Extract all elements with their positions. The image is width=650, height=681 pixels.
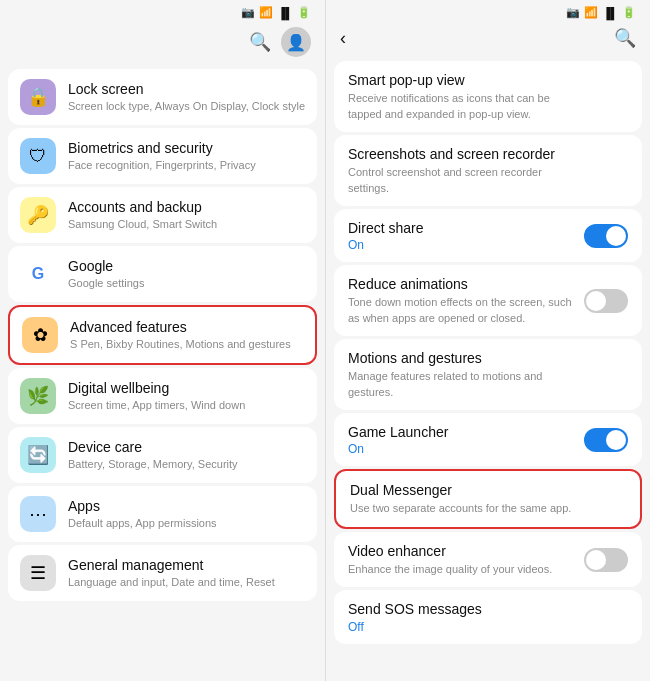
right-settings-list: Smart pop-up view Receive notifications … [326, 57, 650, 681]
battery-icon-right: 🔋 [622, 6, 636, 19]
item-text-advanced: Advanced features S Pen, Bixby Routines,… [70, 318, 291, 351]
item-text-general-management: General management Language and input, D… [68, 556, 275, 589]
right-header: ‹ 🔍 [326, 23, 650, 57]
right-item-game-launcher[interactable]: Game Launcher On [334, 413, 642, 466]
item-title-biometrics: Biometrics and security [68, 139, 256, 157]
right-item-subtitle-screenshots: Control screenshot and screen recorder s… [348, 165, 578, 196]
right-item-text-reduce-animations: Reduce animations Tone down motion effec… [348, 275, 578, 326]
search-icon[interactable]: 🔍 [249, 31, 271, 53]
wifi-icon-right: 📶 [584, 6, 598, 19]
left-status-bar: 📷 📶 ▐▌ 🔋 [0, 0, 325, 23]
item-title-google: Google [68, 257, 144, 275]
right-item-subtitle-smart-popup: Receive notifications as icons that can … [348, 91, 578, 122]
wifi-icon: 📶 [259, 6, 273, 19]
settings-item-accounts[interactable]: 🔑 Accounts and backup Samsung Cloud, Sma… [8, 187, 317, 243]
right-item-reduce-animations[interactable]: Reduce animations Tone down motion effec… [334, 265, 642, 336]
left-panel: 📷 📶 ▐▌ 🔋 🔍 👤 🔒 Lock screen Screen lock t… [0, 0, 325, 681]
item-title-digital-wellbeing: Digital wellbeing [68, 379, 245, 397]
battery-icon: 🔋 [297, 6, 311, 19]
right-item-title-reduce-animations: Reduce animations [348, 275, 578, 293]
right-panel: 📷 📶 ▐▌ 🔋 ‹ 🔍 Smart pop-up view Receive n… [325, 0, 650, 681]
item-title-device-care: Device care [68, 438, 238, 456]
right-status-bar: 📷 📶 ▐▌ 🔋 [326, 0, 650, 23]
right-header-left: ‹ [340, 28, 352, 49]
toggle-video-enhancer[interactable] [584, 548, 628, 572]
item-text-lock-screen: Lock screen Screen lock type, Always On … [68, 80, 305, 113]
signal-icon-right: ▐▌ [602, 7, 618, 19]
item-icon-biometrics: 🛡 [20, 138, 56, 174]
item-subtitle-digital-wellbeing: Screen time, App timers, Wind down [68, 398, 245, 412]
settings-item-apps[interactable]: ⋯ Apps Default apps, App permissions [8, 486, 317, 542]
right-item-text-motions-gestures: Motions and gestures Manage features rel… [348, 349, 578, 400]
item-text-apps: Apps Default apps, App permissions [68, 497, 217, 530]
avatar[interactable]: 👤 [281, 27, 311, 57]
right-item-screenshots[interactable]: Screenshots and screen recorder Control … [334, 135, 642, 206]
item-icon-advanced: ✿ [22, 317, 58, 353]
item-text-digital-wellbeing: Digital wellbeing Screen time, App timer… [68, 379, 245, 412]
item-subtitle-accounts: Samsung Cloud, Smart Switch [68, 217, 217, 231]
right-item-text-screenshots: Screenshots and screen recorder Control … [348, 145, 578, 196]
settings-item-general-management[interactable]: ☰ General management Language and input,… [8, 545, 317, 601]
item-subtitle-apps: Default apps, App permissions [68, 516, 217, 530]
right-item-title-smart-popup: Smart pop-up view [348, 71, 578, 89]
settings-item-google[interactable]: G Google Google settings [8, 246, 317, 302]
right-item-title-direct-share: Direct share [348, 219, 423, 237]
right-item-text-smart-popup: Smart pop-up view Receive notifications … [348, 71, 578, 122]
right-search-icon[interactable]: 🔍 [614, 27, 636, 49]
item-icon-apps: ⋯ [20, 496, 56, 532]
right-item-subtitle-dual-messenger: Use two separate accounts for the same a… [350, 501, 571, 516]
right-item-text-video-enhancer: Video enhancer Enhance the image quality… [348, 542, 552, 578]
settings-item-advanced[interactable]: ✿ Advanced features S Pen, Bixby Routine… [8, 305, 317, 365]
right-item-subtitle-video-enhancer: Enhance the image quality of your videos… [348, 562, 552, 577]
item-subtitle-advanced: S Pen, Bixby Routines, Motions and gestu… [70, 337, 291, 351]
settings-list: 🔒 Lock screen Screen lock type, Always O… [0, 65, 325, 681]
item-icon-lock-screen: 🔒 [20, 79, 56, 115]
toggle-direct-share[interactable] [584, 224, 628, 248]
item-text-accounts: Accounts and backup Samsung Cloud, Smart… [68, 198, 217, 231]
item-subtitle-lock-screen: Screen lock type, Always On Display, Clo… [68, 99, 305, 113]
item-text-device-care: Device care Battery, Storage, Memory, Se… [68, 438, 238, 471]
right-item-dual-messenger[interactable]: Dual Messenger Use two separate accounts… [334, 469, 642, 529]
right-item-direct-share[interactable]: Direct share On [334, 209, 642, 262]
item-icon-accounts: 🔑 [20, 197, 56, 233]
right-item-video-enhancer[interactable]: Video enhancer Enhance the image quality… [334, 532, 642, 588]
right-item-subtitle-motions-gestures: Manage features related to motions and g… [348, 369, 578, 400]
item-icon-google: G [20, 256, 56, 292]
right-item-text-dual-messenger: Dual Messenger Use two separate accounts… [350, 481, 571, 517]
left-status-icons: 📷 📶 ▐▌ 🔋 [241, 6, 311, 19]
left-header-icons: 🔍 👤 [249, 27, 311, 57]
status-sos-messages: Off [348, 620, 482, 634]
right-item-title-sos-messages: Send SOS messages [348, 600, 482, 618]
right-item-title-screenshots: Screenshots and screen recorder [348, 145, 578, 163]
item-icon-device-care: 🔄 [20, 437, 56, 473]
item-icon-digital-wellbeing: 🌿 [20, 378, 56, 414]
item-title-advanced: Advanced features [70, 318, 291, 336]
item-title-apps: Apps [68, 497, 217, 515]
right-item-sos-messages[interactable]: Send SOS messages Off [334, 590, 642, 643]
settings-item-lock-screen[interactable]: 🔒 Lock screen Screen lock type, Always O… [8, 69, 317, 125]
right-item-text-game-launcher: Game Launcher On [348, 423, 448, 456]
item-title-lock-screen: Lock screen [68, 80, 305, 98]
toggle-reduce-animations[interactable] [584, 289, 628, 313]
status-game-launcher: On [348, 442, 448, 456]
settings-item-biometrics[interactable]: 🛡 Biometrics and security Face recogniti… [8, 128, 317, 184]
item-subtitle-general-management: Language and input, Date and time, Reset [68, 575, 275, 589]
item-title-accounts: Accounts and backup [68, 198, 217, 216]
toggle-game-launcher[interactable] [584, 428, 628, 452]
right-item-text-sos-messages: Send SOS messages Off [348, 600, 482, 633]
right-item-title-video-enhancer: Video enhancer [348, 542, 552, 560]
right-item-smart-popup[interactable]: Smart pop-up view Receive notifications … [334, 61, 642, 132]
right-item-title-dual-messenger: Dual Messenger [350, 481, 571, 499]
right-item-motions-gestures[interactable]: Motions and gestures Manage features rel… [334, 339, 642, 410]
left-header: 🔍 👤 [0, 23, 325, 65]
signal-icon: ▐▌ [277, 7, 293, 19]
item-text-google: Google Google settings [68, 257, 144, 290]
settings-item-digital-wellbeing[interactable]: 🌿 Digital wellbeing Screen time, App tim… [8, 368, 317, 424]
back-button[interactable]: ‹ [340, 28, 346, 49]
item-subtitle-biometrics: Face recognition, Fingerprints, Privacy [68, 158, 256, 172]
item-text-biometrics: Biometrics and security Face recognition… [68, 139, 256, 172]
status-direct-share: On [348, 238, 423, 252]
camera-icon-right: 📷 [566, 6, 580, 19]
settings-item-device-care[interactable]: 🔄 Device care Battery, Storage, Memory, … [8, 427, 317, 483]
item-icon-general-management: ☰ [20, 555, 56, 591]
